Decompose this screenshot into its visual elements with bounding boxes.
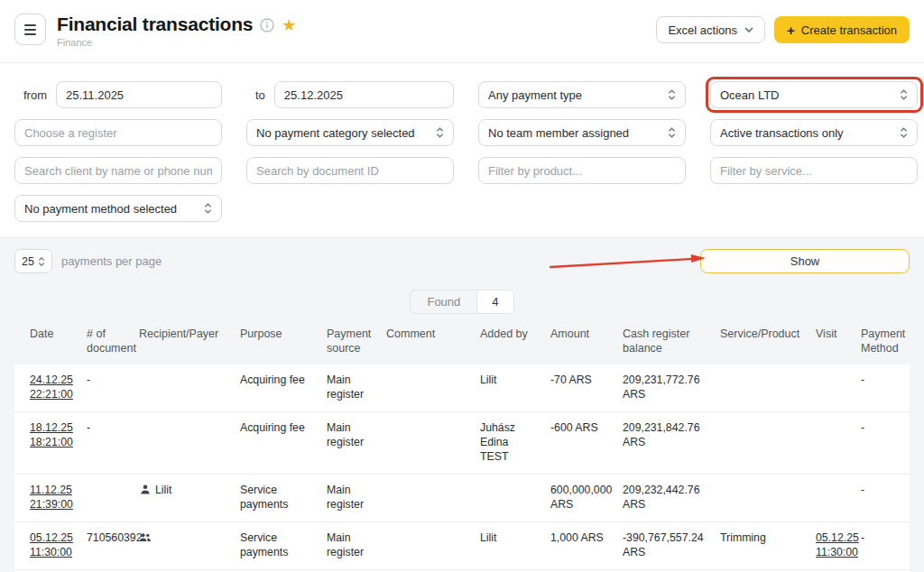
found-counter: Found 4	[410, 290, 513, 314]
date-link[interactable]: 24.12.25	[30, 374, 72, 388]
favorite-star-icon[interactable]: ★	[282, 17, 296, 33]
cell-balance: 209,231,772.76 ARS	[615, 364, 713, 411]
column-header: Payment Method	[854, 318, 910, 364]
cell-comment	[379, 364, 473, 411]
to-label: to	[255, 88, 265, 102]
excel-actions-button[interactable]: Excel actions	[656, 16, 765, 43]
menu-button[interactable]	[14, 14, 46, 45]
info-icon[interactable]	[260, 18, 274, 32]
date-link[interactable]: 22:21:00	[30, 388, 72, 402]
cell-document	[79, 475, 132, 522]
per-page-select[interactable]: 25	[14, 249, 52, 273]
date-link[interactable]: 05.12.25	[30, 531, 72, 546]
updown-arrows-icon	[38, 256, 45, 267]
date-to-field: to	[246, 81, 454, 108]
cell-recipient	[132, 522, 233, 570]
plus-icon: +	[787, 23, 795, 37]
transactions-filter-select[interactable]: Active transactions only	[710, 119, 918, 146]
transactions-table: Date# of documentRecipient/PayerPurposeP…	[14, 318, 910, 572]
table-body: 24.12.2522:21:00-Acquiring feeMain regis…	[14, 364, 910, 569]
per-page-value: 25	[22, 255, 34, 268]
cell-date: 11.12.2521:39:00	[14, 475, 79, 522]
cell-date: 05.12.2511:30:00	[14, 522, 79, 570]
cell-added-by: Lilit	[473, 364, 543, 411]
create-transaction-button[interactable]: + Create transaction	[774, 16, 910, 43]
chevron-down-icon	[744, 27, 753, 32]
header-left: Financial transactions ★ Finance	[14, 14, 296, 62]
date-link[interactable]: 21:39:00	[30, 498, 72, 512]
cell-document: 710560392	[79, 522, 132, 570]
column-header: Service/Product	[713, 318, 808, 364]
date-to-input[interactable]	[274, 81, 454, 108]
table-row: 11.12.2521:39:00LilitService paymentsMai…	[14, 475, 910, 522]
payment-category-select[interactable]: No payment category selected	[246, 119, 454, 146]
cell-document: -	[79, 364, 132, 411]
recipient-name: Lilit	[155, 484, 171, 496]
column-header: Visit	[808, 318, 854, 364]
column-header: Comment	[379, 318, 473, 364]
column-header: Cash register balance	[615, 318, 713, 364]
date-from-input[interactable]	[56, 81, 222, 108]
table-row: 24.12.2522:21:00-Acquiring feeMain regis…	[14, 364, 910, 411]
document-search-input[interactable]	[246, 157, 454, 184]
visit-link[interactable]: 05.12.25	[816, 531, 846, 546]
date-link[interactable]: 11.12.25	[30, 484, 72, 498]
cell-visit	[808, 364, 854, 411]
company-select-wrapper: Ocean LTD	[710, 81, 918, 108]
date-link[interactable]: 18.12.25	[30, 421, 72, 436]
breadcrumb: Finance	[57, 37, 296, 48]
product-filter-input[interactable]	[478, 157, 686, 184]
team-member-value: No team member assigned	[488, 126, 629, 140]
hamburger-icon	[24, 24, 36, 35]
table-header-row: Date# of documentRecipient/PayerPurposeP…	[14, 318, 910, 364]
cell-recipient	[132, 412, 233, 475]
transactions-filter-value: Active transactions only	[720, 126, 844, 140]
cell-source: Main register	[319, 364, 379, 411]
cell-service	[713, 364, 808, 411]
updown-arrows-icon	[900, 88, 908, 101]
service-filter-input[interactable]	[710, 157, 918, 184]
financial-transactions-page: Financial transactions ★ Finance Excel a…	[0, 0, 924, 572]
cell-service	[713, 475, 808, 522]
cell-purpose: Service payments	[233, 522, 319, 570]
payment-method-select[interactable]: No payment method selected	[14, 195, 222, 222]
cell-added-by: Lilit	[473, 522, 543, 570]
register-input[interactable]	[14, 119, 222, 146]
column-header: # of document	[79, 318, 132, 364]
column-header: Date	[14, 318, 79, 364]
cell-service: Trimming	[713, 522, 808, 570]
cell-recipient: Lilit	[132, 475, 233, 522]
create-transaction-label: Create transaction	[801, 23, 897, 37]
visit-link[interactable]: 11:30:00	[816, 546, 846, 560]
date-link[interactable]: 18:21:00	[30, 436, 72, 450]
updown-arrows-icon	[668, 126, 676, 139]
cell-date: 24.12.2522:21:00	[14, 364, 79, 411]
cell-purpose: Acquiring fee	[233, 412, 319, 475]
transactions-table-wrap: Date# of documentRecipient/PayerPurposeP…	[14, 318, 910, 572]
cell-balance: 209,231,842.76 ARS	[615, 412, 713, 475]
company-select[interactable]: Ocean LTD	[710, 81, 918, 108]
column-header: Amount	[543, 318, 615, 364]
header-actions: Excel actions + Create transaction	[656, 16, 910, 62]
show-button[interactable]: Show	[700, 249, 910, 273]
updown-arrows-icon	[436, 126, 444, 139]
cell-amount: 1,000 ARS	[543, 522, 615, 570]
column-header: Payment source	[319, 318, 379, 364]
date-link[interactable]: 11:30:00	[30, 546, 72, 560]
cell-source: Main register	[319, 475, 379, 522]
updown-arrows-icon	[204, 202, 212, 215]
excel-actions-label: Excel actions	[668, 23, 737, 37]
cell-purpose: Acquiring fee	[233, 364, 319, 411]
payment-type-select[interactable]: Any payment type	[478, 81, 686, 108]
payment-category-value: No payment category selected	[256, 126, 415, 140]
cell-visit	[808, 475, 854, 522]
company-value: Ocean LTD	[720, 88, 780, 102]
cell-comment	[379, 412, 473, 475]
client-search-input[interactable]	[14, 157, 222, 184]
payment-type-value: Any payment type	[488, 88, 582, 102]
found-count: 4	[476, 291, 513, 313]
cell-date: 18.12.2518:21:00	[14, 412, 79, 475]
cell-comment	[379, 475, 473, 522]
cell-document: -	[79, 412, 132, 475]
team-member-select[interactable]: No team member assigned	[478, 119, 686, 146]
